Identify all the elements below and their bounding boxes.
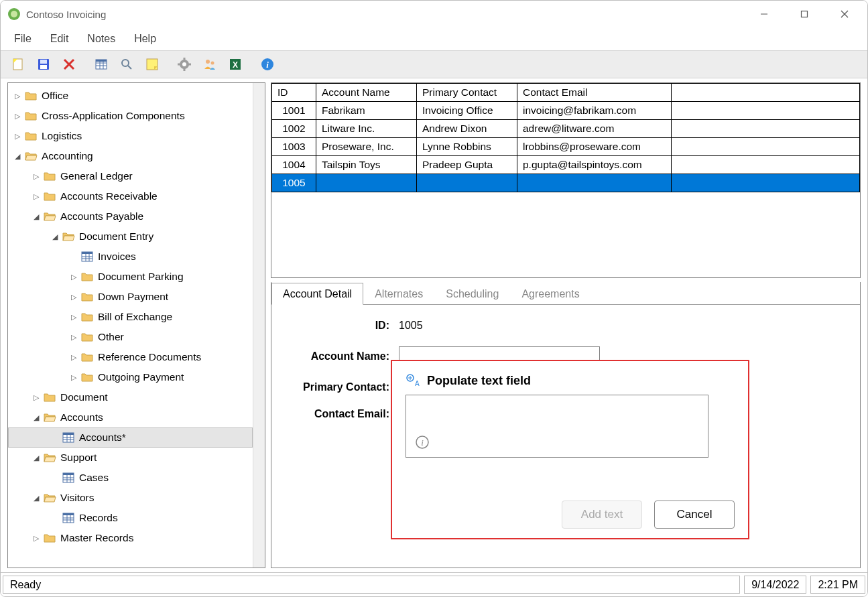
svg-rect-18 <box>96 60 107 62</box>
menu-help[interactable]: Help <box>125 30 166 48</box>
tree-node[interactable]: ◢Accounting <box>8 146 253 166</box>
tree-node[interactable]: ▷Logistics <box>8 126 253 146</box>
new-button[interactable] <box>6 53 30 76</box>
tree-arrow-icon[interactable]: ▷ <box>68 313 79 322</box>
tree-scrollbar[interactable] <box>253 83 265 568</box>
cell-name: Tailspin Toys <box>316 156 417 174</box>
grid-row[interactable]: 1004Tailspin ToysPradeep Guptap.gupta@ta… <box>272 156 860 174</box>
main-area: ▷Office▷Cross-Application Components▷Log… <box>1 78 867 572</box>
tree-arrow-icon[interactable]: ▷ <box>12 112 23 121</box>
menu-file[interactable]: File <box>5 30 41 48</box>
tab-agreements[interactable]: Agreements <box>510 283 591 305</box>
tab-alternates[interactable]: Alternates <box>363 283 434 305</box>
tree-arrow-icon[interactable]: ◢ <box>31 454 42 462</box>
tree-arrow-icon[interactable]: ◢ <box>31 494 42 503</box>
note-button[interactable] <box>140 53 164 76</box>
tree-arrow-icon[interactable]: ◢ <box>50 233 60 241</box>
popup-info-icon[interactable]: i <box>415 435 430 450</box>
tree-node[interactable]: ◢Accounts Payable <box>8 206 253 226</box>
folder-icon <box>80 270 94 283</box>
col-primary-contact[interactable]: Primary Contact <box>417 84 517 102</box>
tree-arrow-icon[interactable]: ▷ <box>12 132 23 141</box>
tree-node[interactable]: ◢Document Entry <box>8 226 253 247</box>
data-grid[interactable]: ID Account Name Primary Contact Contact … <box>271 82 861 278</box>
close-button[interactable] <box>824 1 865 27</box>
tree-node[interactable]: ◢Visitors <box>8 488 253 508</box>
tree-node[interactable]: ▷General Ledger <box>8 166 253 186</box>
tree-node[interactable]: ◢Accounts <box>8 407 253 427</box>
tree-node[interactable]: ▷Document <box>8 387 253 407</box>
tree-label: Document Parking <box>98 271 184 283</box>
col-account-name[interactable]: Account Name <box>316 84 417 102</box>
settings-button[interactable] <box>172 53 196 76</box>
tab-account-detail[interactable]: Account Detail <box>271 283 363 305</box>
tree-label: Accounts Receivable <box>60 190 158 202</box>
tree-arrow-icon[interactable]: ▷ <box>68 333 79 342</box>
grid-row[interactable]: 1005 <box>272 174 860 192</box>
tree-label: Logistics <box>42 130 82 142</box>
tree-node[interactable]: ▷Accounts Receivable <box>8 186 253 206</box>
tree-node[interactable]: ▷Records <box>8 508 253 528</box>
grid-header-row: ID Account Name Primary Contact Contact … <box>272 84 860 102</box>
delete-button[interactable] <box>57 53 81 76</box>
tree-arrow-icon[interactable]: ◢ <box>31 413 42 422</box>
grid-row[interactable]: 1003Proseware, Inc.Lynne Robbinslrobbins… <box>272 138 860 156</box>
menu-notes[interactable]: Notes <box>78 30 125 48</box>
tree-node[interactable]: ▷Outgoing Payment <box>8 367 253 387</box>
menu-edit[interactable]: Edit <box>41 30 78 48</box>
cell-extra <box>672 156 860 174</box>
col-contact-email[interactable]: Contact Email <box>517 84 672 102</box>
tree-node[interactable]: ▷Accounts* <box>8 427 253 448</box>
tree-node[interactable]: ▷Bill of Exchange <box>8 307 253 327</box>
tree-arrow-icon[interactable]: ▷ <box>68 293 79 302</box>
tab-scheduling[interactable]: Scheduling <box>434 283 510 305</box>
app-window: Contoso Invoicing File Edit Notes Help X… <box>0 0 868 597</box>
save-button[interactable] <box>32 53 56 76</box>
tree-arrow-icon[interactable]: ▷ <box>31 534 42 543</box>
tree-label: Other <box>98 331 124 343</box>
tree-node[interactable]: ▷Cross-Application Components <box>8 106 253 126</box>
svg-rect-36 <box>82 252 92 254</box>
tree-arrow-icon[interactable]: ▷ <box>31 192 42 201</box>
tree-node[interactable]: ▷Invoices <box>8 247 253 267</box>
grid-row[interactable]: 1001FabrikamInvoicing Officeinvoicing@fa… <box>272 102 860 120</box>
tree-node[interactable]: ◢Support <box>8 448 253 468</box>
tree-node[interactable]: ▷Cases <box>8 468 253 488</box>
col-id[interactable]: ID <box>272 84 316 102</box>
minimize-icon <box>760 10 768 18</box>
maximize-button[interactable] <box>784 1 824 27</box>
tree-arrow-icon[interactable]: ▷ <box>68 373 79 382</box>
add-text-button[interactable]: Add text <box>562 501 642 529</box>
tree-node[interactable]: ▷Document Parking <box>8 267 253 287</box>
cell-id: 1005 <box>272 174 316 192</box>
tree-node[interactable]: ▷Other <box>8 327 253 347</box>
tree-arrow-icon[interactable]: ▷ <box>68 273 79 281</box>
info-button[interactable]: i <box>255 53 280 76</box>
nav-tree[interactable]: ▷Office▷Cross-Application Components▷Log… <box>8 83 253 568</box>
tree-label: Accounting <box>42 150 93 162</box>
tree-arrow-icon[interactable]: ▷ <box>68 353 79 362</box>
tree-arrow-icon[interactable]: ◢ <box>31 212 42 221</box>
excel-button[interactable]: X <box>223 53 247 76</box>
tree-label: Support <box>60 452 97 464</box>
popup-textarea[interactable] <box>406 395 708 458</box>
tree-arrow-icon[interactable]: ◢ <box>12 152 23 161</box>
id-label: ID: <box>285 320 399 332</box>
tree-arrow-icon[interactable]: ▷ <box>12 92 23 101</box>
tree-node[interactable]: ▷Master Records <box>8 528 253 548</box>
folder-icon <box>24 109 38 123</box>
users-button[interactable] <box>198 53 222 76</box>
grid-row[interactable]: 1002Litware Inc.Andrew Dixonadrew@litwar… <box>272 120 860 138</box>
settings-icon <box>177 57 192 72</box>
tree-arrow-icon[interactable]: ▷ <box>31 393 42 402</box>
search-button[interactable] <box>115 53 139 76</box>
minimize-button[interactable] <box>744 1 784 27</box>
tree-node[interactable]: ▷Reference Documents <box>8 347 253 367</box>
cell-extra <box>672 120 860 138</box>
statusbar: Ready 9/14/2022 2:21 PM <box>1 572 867 596</box>
cancel-button[interactable]: Cancel <box>654 501 735 529</box>
tree-node[interactable]: ▷Office <box>8 86 253 106</box>
grid-button[interactable] <box>89 53 113 76</box>
tree-arrow-icon[interactable]: ▷ <box>31 172 42 181</box>
tree-node[interactable]: ▷Down Payment <box>8 287 253 307</box>
